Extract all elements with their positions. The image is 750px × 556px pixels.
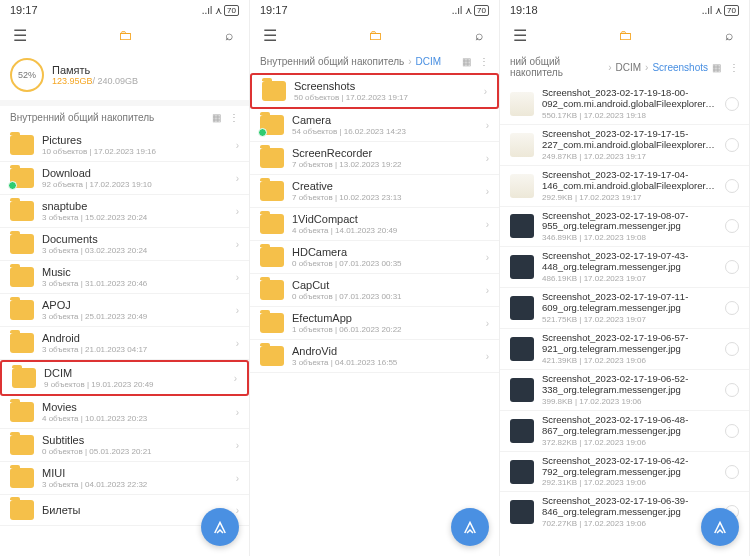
select-radio[interactable] [725,301,739,315]
folder-row[interactable]: Movies 4 объекта | 10.01.2023 20:23 › [0,396,249,429]
folder-tab-icon[interactable]: 🗀 [115,27,135,43]
select-radio[interactable] [725,97,739,111]
file-meta: 486.19KB | 17.02.2023 19:07 [542,274,717,283]
folder-row[interactable]: HDCamera 0 объектов | 07.01.2023 00:35 › [250,241,499,274]
row-text: EfectumApp 1 объектов | 06.01.2023 20:22 [292,312,478,334]
file-row[interactable]: Screenshot_2023-02-17-19-07-11-609_org.t… [500,288,749,329]
folder-row[interactable]: AndroVid 3 объекта | 04.01.2023 16:55 › [250,340,499,373]
folder-row[interactable]: APOJ 3 объекта | 25.01.2023 20:49 › [0,294,249,327]
folder-row[interactable]: 1VidCompact 4 объекта | 14.01.2023 20:49… [250,208,499,241]
more-icon[interactable]: ⋮ [729,62,739,73]
file-name: Screenshot_2023-02-17-19-06-57-921_org.t… [542,333,717,355]
grid-view-icon[interactable]: ▦ [712,62,721,73]
row-text: Screenshots 50 объектов | 17.02.2023 19:… [294,80,476,102]
file-thumbnail [510,419,534,443]
folder-row[interactable]: Camera 54 объектов | 16.02.2023 14:23 › [250,109,499,142]
menu-icon[interactable]: ☰ [10,26,30,45]
folder-tab-icon[interactable]: 🗀 [365,27,385,43]
folder-row[interactable]: Download 92 объекта | 17.02.2023 19:10 › [0,162,249,195]
select-radio[interactable] [725,219,739,233]
folder-name: Documents [42,233,228,245]
select-radio[interactable] [725,260,739,274]
folder-tab-icon[interactable]: 🗀 [615,27,635,43]
breadcrumb[interactable]: ний общий накопитель›DCIM›Screenshots ▦⋮ [500,50,749,84]
file-row[interactable]: Screenshot_2023-02-17-19-06-52-338_org.t… [500,370,749,411]
clean-fab[interactable] [201,508,239,546]
folder-name: Subtitles [42,434,228,446]
select-radio[interactable] [725,465,739,479]
chevron-right-icon: › [486,186,489,197]
search-icon[interactable]: ⌕ [469,27,489,43]
row-text: Screenshot_2023-02-17-19-18-00-092_com.m… [542,88,717,120]
folder-meta: 0 объектов | 07.01.2023 00:31 [292,292,478,301]
select-radio[interactable] [725,383,739,397]
folder-icon [260,280,284,300]
row-text: APOJ 3 объекта | 25.01.2023 20:49 [42,299,228,321]
select-radio[interactable] [725,342,739,356]
folder-meta: 3 объекта | 31.01.2023 20:46 [42,279,228,288]
search-icon[interactable]: ⌕ [219,27,239,43]
more-icon[interactable]: ⋮ [479,56,489,67]
folder-row[interactable]: Screenshots 50 объектов | 17.02.2023 19:… [250,73,499,109]
folder-row[interactable]: Documents 3 объекта | 03.02.2023 20:24 › [0,228,249,261]
folder-row[interactable]: DCIM 9 объектов | 19.01.2023 20:49 › [0,360,249,396]
folder-row[interactable]: Subtitles 0 объектов | 05.01.2023 20:21 … [0,429,249,462]
file-row[interactable]: Screenshot_2023-02-17-19-06-48-867_org.t… [500,411,749,452]
row-text: Screenshot_2023-02-17-19-17-15-227_com.m… [542,129,717,161]
clean-fab[interactable] [451,508,489,546]
breadcrumb[interactable]: Внутренний общий накопитель ▦⋮ [0,106,249,129]
folder-row[interactable]: Pictures 10 объектов | 17.02.2023 19:16 … [0,129,249,162]
row-text: MIUI 3 объекта | 04.01.2023 22:32 [42,467,228,489]
folder-row[interactable]: CapCut 0 объектов | 07.01.2023 00:31 › [250,274,499,307]
row-text: Screenshot_2023-02-17-19-06-52-338_org.t… [542,374,717,406]
more-icon[interactable]: ⋮ [229,112,239,123]
row-text: Screenshot_2023-02-17-19-07-43-448_org.t… [542,251,717,283]
file-row[interactable]: Screenshot_2023-02-17-19-07-43-448_org.t… [500,247,749,288]
row-text: Android 3 объекта | 21.01.2023 04:17 [42,332,228,354]
folder-row[interactable]: EfectumApp 1 объектов | 06.01.2023 20:22… [250,307,499,340]
select-radio[interactable] [725,138,739,152]
folder-row[interactable]: ScreenRecorder 7 объектов | 13.02.2023 1… [250,142,499,175]
row-text: Screenshot_2023-02-17-19-17-04-146_com.m… [542,170,717,202]
folder-row[interactable]: snaptube 3 объекта | 15.02.2023 20:24 › [0,195,249,228]
menu-icon[interactable]: ☰ [260,26,280,45]
row-text: Subtitles 0 объектов | 05.01.2023 20:21 [42,434,228,456]
folder-row[interactable]: Android 3 объекта | 21.01.2023 04:17 › [0,327,249,360]
folder-meta: 0 объектов | 05.01.2023 20:21 [42,447,228,456]
file-row[interactable]: Screenshot_2023-02-17-19-06-42-792_org.t… [500,452,749,493]
folder-row[interactable]: Music 3 объекта | 31.01.2023 20:46 › [0,261,249,294]
chevron-right-icon: › [236,338,239,349]
breadcrumb[interactable]: Внутренний общий накопитель›DCIM ▦⋮ [250,50,499,73]
folder-list[interactable]: Screenshots 50 объектов | 17.02.2023 19:… [250,73,499,519]
file-row[interactable]: Screenshot_2023-02-17-19-17-15-227_com.m… [500,125,749,166]
select-radio[interactable] [725,179,739,193]
storage-summary[interactable]: 52% Память 123.95GB/ 240.09GB [0,50,249,100]
select-radio[interactable] [725,424,739,438]
file-row[interactable]: Screenshot_2023-02-17-19-17-04-146_com.m… [500,166,749,207]
search-icon[interactable]: ⌕ [719,27,739,43]
row-text: Creative 7 объектов | 10.02.2023 23:13 [292,180,478,202]
folder-name: HDCamera [292,246,478,258]
folder-meta: 4 объекта | 14.01.2023 20:49 [292,226,478,235]
folder-row[interactable]: MIUI 3 объекта | 04.01.2023 22:32 › [0,462,249,495]
menu-icon[interactable]: ☰ [510,26,530,45]
chevron-right-icon: › [236,305,239,316]
file-thumbnail [510,500,534,524]
folder-meta: 54 объектов | 16.02.2023 14:23 [292,127,478,136]
file-thumbnail [510,92,534,116]
row-text: 1VidCompact 4 объекта | 14.01.2023 20:49 [292,213,478,235]
chevron-right-icon: › [236,407,239,418]
folder-row[interactable]: Creative 7 объектов | 10.02.2023 23:13 › [250,175,499,208]
chevron-right-icon: › [234,373,237,384]
file-row[interactable]: Screenshot_2023-02-17-19-18-00-092_com.m… [500,84,749,125]
folder-list[interactable]: Pictures 10 объектов | 17.02.2023 19:16 … [0,129,249,556]
file-list[interactable]: Screenshot_2023-02-17-19-18-00-092_com.m… [500,84,749,530]
grid-view-icon[interactable]: ▦ [212,112,221,123]
grid-view-icon[interactable]: ▦ [462,56,471,67]
folder-name: Pictures [42,134,228,146]
status-icons: ..ıl ⋏ 70 [452,5,489,16]
file-row[interactable]: Screenshot_2023-02-17-19-08-07-955_org.t… [500,207,749,248]
file-name: Screenshot_2023-02-17-19-06-52-338_org.t… [542,374,717,396]
file-row[interactable]: Screenshot_2023-02-17-19-06-57-921_org.t… [500,329,749,370]
clean-fab[interactable] [701,508,739,546]
